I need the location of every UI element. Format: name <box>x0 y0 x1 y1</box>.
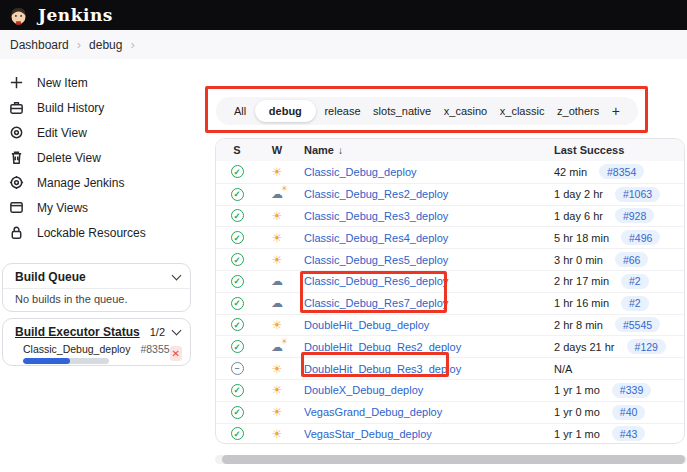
build-queue-title: Build Queue <box>15 270 86 284</box>
build-number-badge[interactable]: #2 <box>621 296 649 311</box>
job-link[interactable]: Classic_Debug_Res3_deploy <box>304 210 448 222</box>
tab-release[interactable]: release <box>320 100 364 122</box>
weather-sunny-icon <box>272 406 283 418</box>
build-number-badge[interactable]: #66 <box>615 252 649 267</box>
table-row: Classic_Debug_Res7_deploy 1 hr 16 min#2 <box>216 292 684 314</box>
build-executor-panel: Build Executor Status 1/2 Classic_Debug_… <box>2 318 191 366</box>
build-number-badge[interactable]: #1063 <box>615 187 660 202</box>
job-link[interactable]: Classic_Debug_deploy <box>304 166 417 178</box>
last-success-time: 1 hr 16 min <box>554 297 609 309</box>
last-success-time: 1 yr 1 mo <box>554 428 600 440</box>
last-success-time: 2 hr 8 min <box>554 319 603 331</box>
add-view-tab-button[interactable]: + <box>608 98 624 124</box>
build-number-badge[interactable]: #928 <box>615 208 654 223</box>
build-number-badge[interactable]: #2 <box>621 274 649 289</box>
horizontal-scrollbar-thumb[interactable] <box>222 455 685 464</box>
jobs-table: S W Name↓ Last Success Classic_Debug_dep… <box>215 138 685 444</box>
last-success-time: 42 min <box>554 166 587 178</box>
last-success-time: 1 yr 0 mo <box>554 406 600 418</box>
tab-z-others[interactable]: z_others <box>553 100 603 122</box>
table-row: DoubleHit_Debug_deploy 2 hr 8 min#5545 <box>216 314 684 336</box>
weather-sunny-icon <box>272 363 283 375</box>
chevron-down-icon[interactable] <box>172 326 182 336</box>
weather-sunny-icon <box>272 384 283 396</box>
build-number-badge[interactable]: #339 <box>612 383 651 398</box>
col-last-success[interactable]: Last Success <box>548 144 684 156</box>
build-progress-bar[interactable] <box>23 358 109 364</box>
weather-partly-cloudy-icon <box>271 341 283 353</box>
chevron-down-icon[interactable] <box>172 271 182 281</box>
sidebar-item-edit-view[interactable]: Edit View <box>0 120 205 145</box>
breadcrumb: Dashboard › debug › <box>0 30 687 59</box>
job-link[interactable]: DoubleHit_Debug_Res3_deploy <box>304 363 461 375</box>
status-success-icon <box>231 406 244 419</box>
sidebar-item-manage-jenkins[interactable]: Manage Jenkins <box>0 170 205 195</box>
col-name[interactable]: Name↓ <box>296 144 548 156</box>
weather-partly-cloudy-icon <box>271 188 283 200</box>
build-number-badge[interactable]: #496 <box>621 230 660 245</box>
plus-icon <box>9 75 24 90</box>
jenkins-butler-icon[interactable] <box>8 5 29 26</box>
weather-sunny-icon <box>272 232 283 244</box>
build-number-badge[interactable]: #43 <box>612 426 646 441</box>
job-link[interactable]: DoubleX_Debug_deploy <box>304 384 423 396</box>
job-link[interactable]: Classic_Debug_Res2_deploy <box>304 188 448 200</box>
window-icon <box>9 200 24 215</box>
table-row: Classic_Debug_Res5_deploy 3 hr 0 min#66 <box>216 248 684 270</box>
app-title[interactable]: Jenkins <box>38 5 113 25</box>
table-row: Classic_Debug_Res4_deploy 5 hr 18 min#49… <box>216 226 684 248</box>
job-link[interactable]: Classic_Debug_Res6_deploy <box>304 275 448 287</box>
build-queue-panel: Build Queue No builds in the queue. <box>2 263 191 312</box>
status-success-icon <box>231 275 244 288</box>
sidebar-item-lockable-resources[interactable]: Lockable Resources <box>0 220 205 245</box>
status-success-icon <box>231 209 244 222</box>
job-link[interactable]: Classic_Debug_Res4_deploy <box>304 232 448 244</box>
divider <box>3 288 190 289</box>
job-link[interactable]: DoubleHit_Debug_Res2_deploy <box>304 341 461 353</box>
build-number-badge[interactable]: #129 <box>627 339 666 354</box>
executor-count: 1/2 <box>150 326 165 338</box>
trash-icon <box>9 150 24 165</box>
col-status[interactable]: S <box>216 144 258 156</box>
tab-debug[interactable]: debug <box>255 100 316 122</box>
build-number-badge[interactable]: #40 <box>612 405 646 420</box>
last-success-time: 5 hr 18 min <box>554 232 609 244</box>
job-link[interactable]: VegasStar_Debug_deploy <box>304 428 432 440</box>
breadcrumb-dashboard[interactable]: Dashboard <box>10 38 69 52</box>
sidebar-item-build-history[interactable]: Build History <box>0 95 205 120</box>
build-number-badge[interactable]: #5545 <box>615 317 660 332</box>
job-link[interactable]: Classic_Debug_Res7_deploy <box>304 297 448 309</box>
history-icon <box>9 100 24 115</box>
table-row: DoubleHit_Debug_Res3_deploy N/A <box>216 357 684 379</box>
col-weather[interactable]: W <box>258 144 296 156</box>
sidebar-item-my-views[interactable]: My Views <box>0 195 205 220</box>
status-success-icon <box>231 427 244 440</box>
gear-icon <box>9 175 24 190</box>
last-success-time: 2 days 21 hr <box>554 341 615 353</box>
job-link[interactable]: Classic_Debug_Res5_deploy <box>304 254 448 266</box>
sidebar-item-new-item[interactable]: New Item <box>0 70 205 95</box>
build-executor-title[interactable]: Build Executor Status <box>15 325 140 339</box>
build-progress-fill <box>23 358 70 364</box>
breadcrumb-debug[interactable]: debug <box>89 38 122 52</box>
tab-all[interactable]: All <box>230 100 250 122</box>
executor-build-name[interactable]: Classic_Debug_deploy <box>23 343 130 355</box>
stop-build-button[interactable]: ✕ <box>170 346 182 361</box>
build-number-badge[interactable]: #8354 <box>599 164 644 179</box>
tab-slots-native[interactable]: slots_native <box>369 100 435 122</box>
job-link[interactable]: VegasGrand_Debug_deploy <box>304 406 442 418</box>
view-tabs: All debug release slots_native x_casino … <box>216 97 638 125</box>
status-success-icon <box>231 297 244 310</box>
sidebar-item-delete-view[interactable]: Delete View <box>0 145 205 170</box>
weather-sunny-icon <box>272 210 283 222</box>
status-success-icon <box>231 318 244 331</box>
last-success-time: 1 day 2 hr <box>554 188 603 200</box>
tab-x-casino[interactable]: x_casino <box>440 100 491 122</box>
job-link[interactable]: DoubleHit_Debug_deploy <box>304 319 429 331</box>
weather-sunny-icon <box>272 254 283 266</box>
chevron-right-icon: › <box>130 37 134 52</box>
status-disabled-icon <box>231 362 244 375</box>
sort-descending-icon: ↓ <box>338 145 343 156</box>
tab-x-classic[interactable]: x_classic <box>496 100 549 122</box>
table-row: Classic_Debug_Res2_deploy 1 day 2 hr#106… <box>216 183 684 205</box>
